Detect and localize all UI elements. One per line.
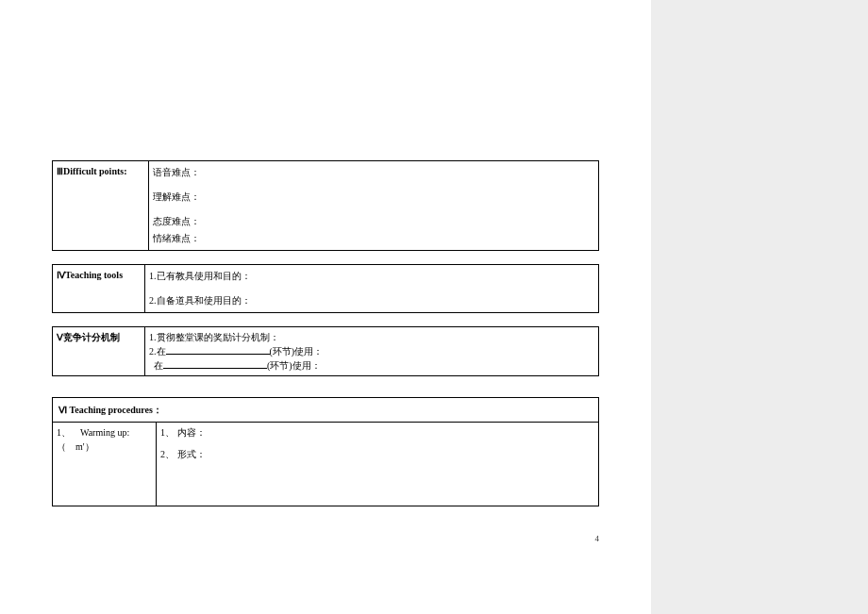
warming-up-label-cell: 1、 Warming up: （ m'） [53,423,157,506]
warming-content-1: 1、 内容： [160,425,594,440]
warming-up-label-2: （ m'） [57,440,152,454]
section-4-content: 1.已有教具使用和目的： 2.自备道具和使用目的： [145,265,599,313]
table-row: 1、 Warming up: （ m'） 1、 内容： 2、 形式： [53,423,599,506]
teaching-tools-1: 1.已有教具使用和目的： [149,268,594,285]
document-page: ⅢDifficult points: 语音难点： 理解难点： 态度难点： 情绪难… [0,0,651,614]
table-row: ⅣTeaching tools 1.已有教具使用和目的： 2.自备道具和使用目的… [53,265,599,313]
difficult-point-3: 态度难点： [153,213,594,230]
difficult-point-2: 理解难点： [153,189,594,206]
scoring-2-prefix: 2.在 [149,346,166,357]
section-6-roman: Ⅵ [58,405,67,415]
scoring-3-suffix: (环节)使用： [267,360,321,371]
section-3-label: ⅢDifficult points: [53,161,149,251]
section-5-label: Ⅴ竞争计分机制 [53,327,145,376]
section-6-title: Teaching procedures： [70,405,162,415]
scoring-2-suffix: (环节)使用： [270,346,324,357]
scoring-3-prefix: 在 [149,360,163,371]
scoring-line-1: 1.贯彻整堂课的奖励计分机制： [149,330,594,344]
fill-blank [166,346,270,355]
section-4-table: ⅣTeaching tools 1.已有教具使用和目的： 2.自备道具和使用目的… [52,264,599,313]
fill-blank [163,360,267,369]
scoring-line-2: 2.在(环节)使用： [149,344,594,358]
section-3-content: 语音难点： 理解难点： 态度难点： 情绪难点： [149,161,599,251]
scoring-line-3: 在(环节)使用： [149,358,594,373]
section-5-table: Ⅴ竞争计分机制 1.贯彻整堂课的奖励计分机制： 2.在(环节)使用： 在(环节)… [52,326,599,376]
warming-up-content-cell: 1、 内容： 2、 形式： [157,423,599,506]
section-6-table: Ⅵ Teaching procedures： 1、 Warming up: （ … [52,397,599,506]
teaching-tools-2: 2.自备道具和使用目的： [149,292,594,309]
warming-up-label-1: 1、 Warming up: [57,425,152,440]
section-6-header: Ⅵ Teaching procedures： [53,398,599,423]
table-row: Ⅴ竞争计分机制 1.贯彻整堂课的奖励计分机制： 2.在(环节)使用： 在(环节)… [53,327,599,376]
section-3-table: ⅢDifficult points: 语音难点： 理解难点： 态度难点： 情绪难… [52,160,599,251]
difficult-point-1: 语音难点： [153,164,594,181]
section-5-content: 1.贯彻整堂课的奖励计分机制： 2.在(环节)使用： 在(环节)使用： [145,327,599,376]
table-row: ⅢDifficult points: 语音难点： 理解难点： 态度难点： 情绪难… [53,161,599,251]
page-number: 4 [595,534,600,543]
section-4-label: ⅣTeaching tools [53,265,145,313]
table-row: Ⅵ Teaching procedures： [53,398,599,423]
difficult-point-4: 情绪难点： [153,230,594,247]
warming-content-2: 2、 形式： [160,447,594,461]
